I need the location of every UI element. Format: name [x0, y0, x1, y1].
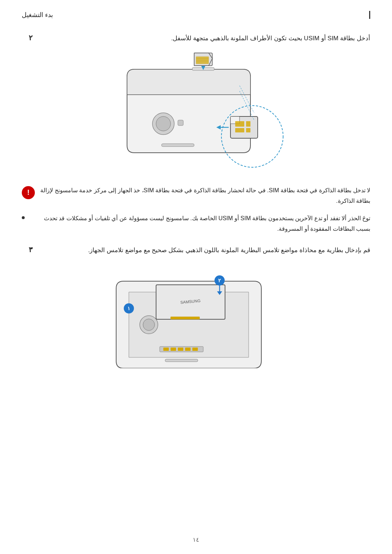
- header-title: بدء التشغيل: [22, 11, 53, 19]
- step2-header: أدخل بطاقة SIM أو USIM بحيث تكون الأطراف…: [22, 33, 370, 44]
- step2-section: أدخل بطاقة SIM أو USIM بحيث تكون الأطراف…: [22, 33, 370, 171]
- svg-rect-25: [185, 348, 191, 351]
- note2-text: توخَ الحذر ألا تفقد أو تدع الآخرين يستخد…: [30, 213, 370, 234]
- svg-rect-24: [178, 348, 183, 351]
- note1-text: لا تدخل بطاقة الذاكرة في فتحة بطاقة SIM.…: [40, 185, 370, 206]
- svg-rect-22: [163, 348, 169, 351]
- warning-icon-container: !: [22, 186, 35, 199]
- step2-number: ٢: [22, 33, 33, 42]
- sim-diagram-area: [22, 51, 370, 171]
- warning-icon: !: [22, 186, 35, 199]
- step3-section: قم بإدخال بطارية مع محاذاة مواضع تلامس ا…: [22, 245, 370, 368]
- svg-rect-29: [165, 359, 198, 362]
- svg-rect-3: [162, 144, 194, 147]
- header-bar: بدء التشغيل: [22, 11, 370, 19]
- step3-header: قم بإدخال بطارية مع محاذاة مواضع تلامس ا…: [22, 245, 370, 256]
- svg-point-1: [156, 116, 171, 131]
- svg-rect-32: [171, 317, 200, 319]
- note1-item: لا تدخل بطاقة الذاكرة في فتحة بطاقة SIM.…: [22, 185, 370, 206]
- battery-insertion-svg: SAMSUNG ۲ ۱: [94, 263, 298, 368]
- sim-insertion-svg: [91, 51, 301, 171]
- svg-rect-14: [246, 121, 250, 127]
- svg-text:۱: ۱: [127, 305, 130, 311]
- svg-rect-16: [246, 128, 250, 132]
- page-number: ١٤: [22, 536, 370, 543]
- page-container: بدء التشغيل أدخل بطاقة SIM أو USIM بحيث …: [0, 0, 392, 554]
- svg-rect-23: [171, 348, 176, 351]
- svg-rect-13: [235, 121, 244, 127]
- battery-diagram-area: SAMSUNG ۲ ۱: [22, 263, 370, 368]
- svg-point-28: [143, 319, 155, 331]
- svg-rect-2: [178, 120, 183, 126]
- step2-text: أدخل بطاقة SIM أو USIM بحيث تكون الأطراف…: [36, 33, 370, 44]
- svg-rect-15: [235, 128, 244, 132]
- note2-item: توخَ الحذر ألا تفقد أو تدع الآخرين يستخد…: [22, 213, 370, 234]
- step3-text: قم بإدخال بطارية مع محاذاة مواضع تلامس ا…: [36, 245, 370, 256]
- svg-rect-7: [196, 57, 209, 64]
- svg-rect-4: [192, 67, 214, 70]
- bullet-dot: [22, 216, 25, 219]
- svg-rect-26: [192, 348, 198, 351]
- svg-text:۲: ۲: [218, 278, 221, 283]
- step3-number: ٣: [22, 245, 33, 254]
- notes-section: لا تدخل بطاقة الذاكرة في فتحة بطاقة SIM.…: [22, 185, 370, 234]
